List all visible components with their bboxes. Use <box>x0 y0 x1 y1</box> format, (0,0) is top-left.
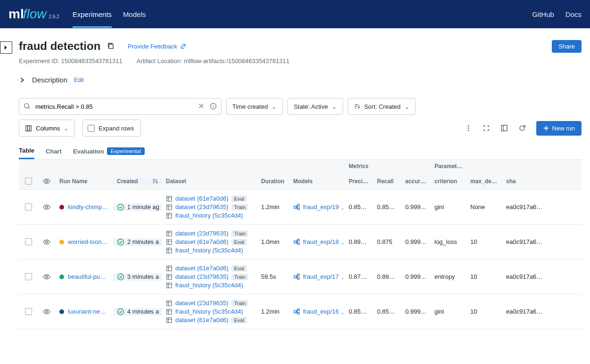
fullscreen-icon[interactable] <box>483 124 490 132</box>
criterion-value: gini <box>431 203 467 210</box>
dataset-link[interactable]: dataset (23d79635) <box>175 299 229 307</box>
refresh-icon[interactable] <box>518 124 526 132</box>
description-expand-icon[interactable] <box>19 77 25 83</box>
nav-tab-experiments[interactable]: Experiments <box>73 1 112 28</box>
share-button[interactable]: Share <box>552 40 582 53</box>
svg-rect-15 <box>297 204 299 206</box>
search-info-icon[interactable] <box>210 103 217 110</box>
model-link[interactable]: fraud_exp/18 <box>303 238 339 245</box>
copy-icon[interactable] <box>107 42 115 50</box>
state-filter[interactable]: State: Active⌄ <box>287 98 343 115</box>
created-time: 2 minutes a <box>127 238 159 245</box>
column-header-sha[interactable]: sha <box>502 178 549 185</box>
row-checkbox[interactable] <box>25 308 32 315</box>
row-checkbox[interactable] <box>25 203 32 210</box>
column-header-created[interactable]: Created <box>113 178 162 185</box>
recall-value: 0.857… <box>373 308 402 315</box>
run-name-link[interactable]: kindly-chimp-9… <box>68 203 109 210</box>
column-header-duration[interactable]: Duration <box>257 178 289 185</box>
expand-rows-toggle[interactable]: Expand rows <box>82 120 141 137</box>
column-header-recall[interactable]: Recall <box>373 178 402 185</box>
column-header-criterion[interactable]: criterion <box>431 178 467 185</box>
svg-rect-32 <box>297 277 299 279</box>
dataset-context-badge: Eval <box>231 265 247 272</box>
duration-value: 59.5s <box>257 273 289 280</box>
clear-search-icon[interactable] <box>198 103 205 109</box>
dataset-link[interactable]: dataset (61e7a0d6) <box>175 265 229 272</box>
model-link[interactable]: fraud_exp/19 <box>303 203 339 210</box>
run-name-link[interactable]: beautiful-pug-… <box>68 273 109 280</box>
run-status-dot <box>59 205 64 210</box>
experiment-id-label: Experiment ID: 150084633543781311 <box>19 57 123 65</box>
column-header-accuracy[interactable]: accuracy <box>402 178 431 185</box>
svg-rect-23 <box>297 239 299 241</box>
svg-rect-24 <box>297 243 299 244</box>
nav-link-github[interactable]: GitHub <box>532 10 554 18</box>
dataset-link[interactable]: fraud_history (5c35c4d4) <box>175 282 243 289</box>
new-run-button[interactable]: New run <box>536 121 582 136</box>
view-tab-evaluation[interactable]: EvaluationExperimental <box>73 147 145 159</box>
search-input[interactable] <box>19 98 221 115</box>
dataset-link[interactable]: fraud_history (5c35c4d4) <box>175 308 243 315</box>
row-visibility-icon[interactable] <box>43 238 50 246</box>
run-name-link[interactable]: luxuriant-newt… <box>68 308 109 315</box>
column-header-models[interactable]: Models <box>289 178 345 185</box>
expand-rows-checkbox[interactable] <box>88 125 95 132</box>
model-link[interactable]: fraud_exp/16 <box>303 308 339 315</box>
column-header-max-depth[interactable]: max_depth <box>467 178 502 185</box>
experimental-badge: Experimental <box>107 147 145 155</box>
search-input-wrapper <box>19 98 221 115</box>
view-tab-chart[interactable]: Chart <box>46 148 62 159</box>
dataset-link[interactable]: dataset (23d79635) <box>175 273 229 280</box>
select-all-checkbox[interactable] <box>25 178 32 185</box>
row-visibility-icon[interactable] <box>43 273 50 281</box>
sort-desc-icon[interactable] <box>152 178 158 185</box>
dataset-link[interactable]: dataset (61e7a0d6) <box>175 316 229 324</box>
dataset-link[interactable]: dataset (23d79635) <box>175 230 229 237</box>
run-name-link[interactable]: worried-loon-6… <box>68 238 109 245</box>
svg-rect-16 <box>297 208 299 210</box>
description-label: Description <box>32 76 67 84</box>
column-header-precision[interactable]: Precision <box>345 178 373 185</box>
column-group-parameters: Parameters <box>431 163 467 170</box>
dataset-link[interactable]: dataset (61e7a0d6) <box>175 238 229 245</box>
nav-tab-models[interactable]: Models <box>123 1 146 28</box>
dataset-link[interactable]: fraud_history (5c35c4d4) <box>175 212 243 219</box>
sha-value: ea0c917a60… <box>502 308 549 315</box>
view-tab-table[interactable]: Table <box>19 147 34 159</box>
columns-button[interactable]: Columns⌄ <box>19 120 75 137</box>
dataset-link[interactable]: fraud_history (5c35c4d4) <box>175 247 243 254</box>
sort-filter[interactable]: Sort: Created⌄ <box>348 98 416 115</box>
time-created-filter[interactable]: Time created⌄ <box>226 98 283 115</box>
sha-value: ea0c917a60… <box>502 203 549 210</box>
visibility-header-icon[interactable] <box>43 178 50 185</box>
svg-rect-35 <box>167 300 172 306</box>
status-success-icon <box>117 273 124 281</box>
dataset-context-badge: Train <box>231 230 249 237</box>
precision-value: 0.857… <box>345 203 373 210</box>
model-icon <box>293 238 300 245</box>
sidebar-collapse-button[interactable] <box>0 41 12 54</box>
duration-value: 1.2min <box>257 308 289 315</box>
nav-link-docs[interactable]: Docs <box>565 10 582 18</box>
dataset-link[interactable]: dataset (61e7a0d6) <box>175 195 229 202</box>
column-group-metrics: Metrics <box>345 163 373 170</box>
max-depth-value: 10 <box>467 308 502 315</box>
dataset-link[interactable]: dataset (23d79635) <box>175 203 229 210</box>
row-checkbox[interactable] <box>25 273 32 280</box>
logo[interactable]: mlflow2.9.2 <box>8 7 59 22</box>
svg-rect-22 <box>294 241 296 243</box>
description-edit-link[interactable]: Edit <box>74 77 84 83</box>
svg-rect-30 <box>294 276 296 278</box>
row-visibility-icon[interactable] <box>43 308 50 315</box>
model-link[interactable]: fraud_exp/17 <box>303 273 339 280</box>
svg-rect-36 <box>167 309 172 314</box>
column-header-run-name[interactable]: Run Name <box>56 178 113 185</box>
top-navbar: mlflow2.9.2 Experiments Models GitHub Do… <box>0 0 590 28</box>
panel-layout-icon[interactable] <box>500 124 508 132</box>
provide-feedback-link[interactable]: Provide Feedback <box>128 43 186 50</box>
kebab-menu-icon[interactable] <box>465 124 472 132</box>
row-checkbox[interactable] <box>25 238 32 245</box>
row-visibility-icon[interactable] <box>43 203 50 211</box>
column-header-dataset[interactable]: Dataset <box>162 178 257 185</box>
